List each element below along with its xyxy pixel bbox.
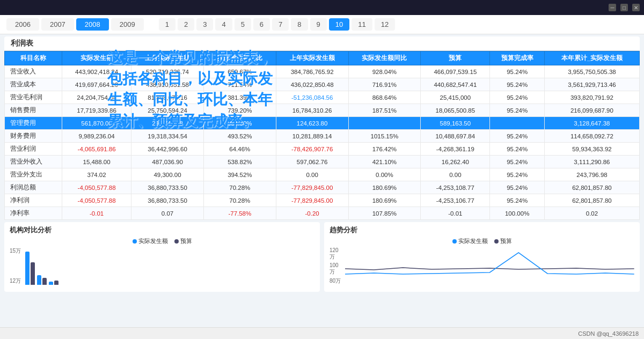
row-name-cell: 净利率 [5, 207, 62, 220]
row-data-cell: 659.67% [203, 65, 276, 78]
row-data-cell: -78,426,907.76 [276, 143, 348, 156]
row-data-cell: 95.24% [490, 143, 544, 156]
row-data-cell: 95.24% [490, 78, 544, 91]
legend-budget-dot [174, 239, 179, 244]
col-header-budget: 预算 [421, 51, 490, 65]
row-data-cell: -77,829,845.00 [276, 194, 348, 207]
bottom-charts-area: 机构对比分析 实际发生额 预算 15万 12万 [4, 222, 640, 292]
month-tab-2[interactable]: 2 [178, 18, 194, 31]
bar-budget-1 [31, 262, 35, 285]
month-tab-7[interactable]: 7 [272, 18, 289, 31]
row-data-cell: 520,719,226.74 [131, 65, 204, 78]
row-data-cell: 296,749.78 [131, 117, 204, 130]
year-tab-2008[interactable]: 2008 [76, 18, 109, 31]
row-data-cell: 95.24% [490, 168, 544, 181]
row-name-cell: 营业毛利润 [5, 91, 62, 104]
row-name-cell: 净利润 [5, 194, 62, 207]
col-header-last-month: 上月实际发生额 [131, 51, 204, 65]
y-right-mid: 100万 [330, 262, 343, 276]
row-data-cell: -4,065,691.86 [62, 143, 131, 156]
row-data-cell: 59,934,363.92 [544, 143, 639, 156]
statusbar: CSDN @qq_43696218 [0, 327, 644, 339]
row-data-cell: 597,062.76 [276, 156, 348, 168]
maximize-button[interactable]: □ [620, 4, 628, 11]
year-tab-2009[interactable]: 2009 [111, 18, 144, 31]
row-data-cell: 25,415,000 [421, 91, 490, 104]
col-header-ytd: 本年累计_实际发生额 [544, 51, 639, 65]
row-data-cell: 36,442,996.60 [131, 143, 204, 156]
row-data-cell: 393,820,791.92 [544, 91, 639, 104]
row-data-cell: 216,099,687.90 [544, 104, 639, 117]
row-name-cell: 营业收入 [5, 65, 62, 78]
row-data-cell: 17,719,339.86 [62, 104, 131, 117]
row-data-cell: 70.28% [203, 194, 276, 207]
month-tab-3[interactable]: 3 [196, 18, 213, 31]
row-data-cell: 95.24% [490, 156, 544, 168]
col-header-actual: 实际发生额 [62, 51, 131, 65]
month-tab-4[interactable]: 4 [215, 18, 232, 31]
profit-table: 科目名称 实际发生额 上月实际发生额 实际发生额环比 上年实际发生额 实际发生额… [4, 51, 640, 220]
right-chart-title: 趋势分析 [330, 225, 634, 235]
row-data-cell: 70.28% [203, 181, 276, 194]
row-data-cell [348, 117, 421, 130]
row-data-cell: 438,910,551.58 [131, 78, 204, 91]
month-tab-5[interactable]: 5 [235, 18, 251, 31]
row-data-cell: 374.02 [62, 168, 131, 181]
close-button[interactable]: ✕ [632, 4, 640, 11]
bar-chart-area [23, 247, 61, 285]
row-data-cell: -51,236,084.56 [276, 91, 348, 104]
row-data-cell: 466,097,539.15 [421, 65, 490, 78]
minimize-button[interactable]: ─ [609, 4, 616, 11]
col-header-last-year: 上年实际发生额 [276, 51, 348, 65]
row-data-cell: 954.30% [203, 117, 276, 130]
month-tab-8[interactable]: 8 [291, 18, 308, 31]
left-chart-legend: 实际发生额 预算 [10, 237, 314, 245]
row-data-cell: 589,163.50 [421, 117, 490, 130]
table-row: 营业毛利润24,204,754.0481,808,675.16381.39%-5… [5, 91, 640, 104]
row-data-cell [490, 117, 544, 130]
month-tab-9[interactable]: 9 [310, 18, 327, 31]
row-data-cell: 928.04% [348, 65, 421, 78]
bar-group-1 [25, 252, 35, 285]
table-row: 利润总额-4,050,577.8836,880,733.5070.28%-77,… [5, 181, 640, 194]
row-data-cell: 384,786,765.92 [276, 65, 348, 78]
month-tab-12[interactable]: 12 [375, 18, 395, 31]
row-data-cell: 18,065,500.85 [421, 104, 490, 117]
statusbar-csdn: CSDN @qq_43696218 [578, 330, 639, 337]
month-tab-6[interactable]: 6 [253, 18, 270, 31]
row-data-cell: 3,128,647.38 [544, 117, 639, 130]
legend-actual-label-right: 实际发生额 [458, 237, 488, 245]
row-data-cell: -4,253,108.77 [421, 181, 490, 194]
row-data-cell: 25,750,594.24 [131, 104, 204, 117]
row-data-cell: 394.52% [203, 168, 276, 181]
legend-actual-dot-right [452, 239, 457, 244]
y-right-top: 120万 [330, 247, 343, 261]
year-tab-2007[interactable]: 2007 [41, 18, 74, 31]
month-tab-11[interactable]: 11 [352, 18, 372, 31]
month-tab-1[interactable]: 1 [159, 18, 175, 31]
bar-group-3 [49, 281, 58, 285]
month-tab-10[interactable]: 10 [329, 18, 349, 31]
row-data-cell: -4,050,577.88 [62, 181, 131, 194]
table-row: 营业成本419,697,664.20438,910,551.58711.54%4… [5, 78, 640, 91]
legend-budget: 预算 [174, 237, 192, 245]
row-data-cell: 538.82% [203, 156, 276, 168]
row-data-cell: 36,880,733.50 [131, 194, 204, 207]
row-data-cell: 180.69% [348, 194, 421, 207]
row-data-cell: 0.02 [544, 207, 639, 220]
row-data-cell: 95.24% [490, 181, 544, 194]
row-data-cell: 3,955,750,505.38 [544, 65, 639, 78]
row-data-cell: 1015.15% [348, 130, 421, 143]
year-tab-2006[interactable]: 2006 [6, 18, 39, 31]
row-data-cell: -4,253,106.77 [421, 194, 490, 207]
row-name-cell: 财务费用 [5, 130, 62, 143]
trend-chart-area [345, 247, 634, 285]
trend-svg [345, 247, 634, 285]
left-chart: 机构对比分析 实际发生额 预算 15万 12万 [4, 222, 320, 292]
row-name-cell: 营业外支出 [5, 168, 62, 181]
bar-budget-3 [54, 281, 58, 285]
row-data-cell: 0.00 [276, 168, 348, 181]
table-section: 利润表 科目名称 实际发生额 上月实际发生额 实际发生额环比 上年实际发生额 实… [4, 36, 640, 220]
row-data-cell: 24,204,754.04 [62, 91, 131, 104]
row-name-cell: 管理费用 [5, 117, 62, 130]
